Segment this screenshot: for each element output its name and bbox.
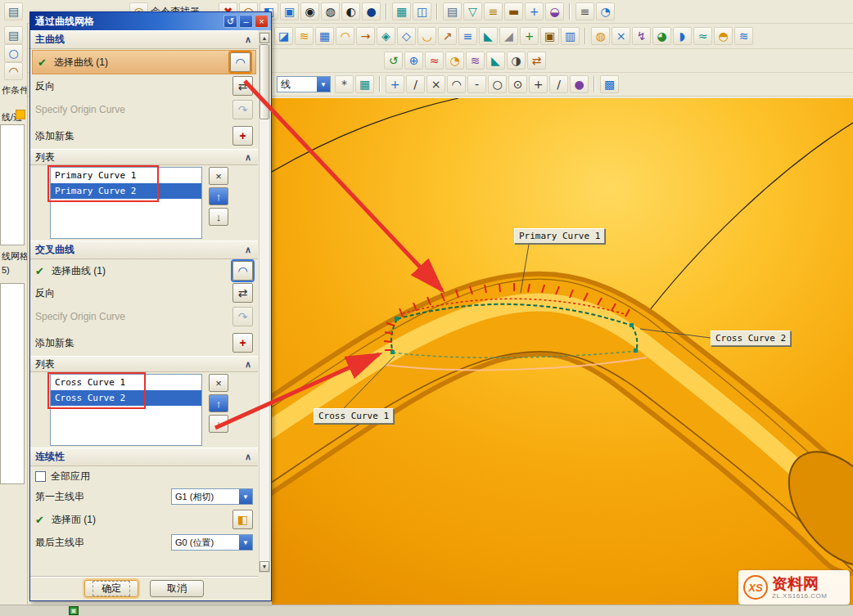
remove-item-button[interactable]: × bbox=[209, 167, 228, 185]
n-sided-surface-icon[interactable]: ◈ bbox=[377, 27, 395, 45]
circle-tool-icon[interactable]: ○ bbox=[4, 44, 23, 62]
law-extension-icon[interactable]: ↗ bbox=[438, 27, 457, 45]
annotation-primary-curve-1[interactable]: Primary Curve 1 bbox=[514, 228, 605, 244]
bounded-plane-icon[interactable]: ◇ bbox=[397, 27, 416, 45]
ruled-surface-icon[interactable]: ◪ bbox=[274, 27, 293, 45]
cross-select-curve-button[interactable]: ◠ bbox=[232, 261, 253, 281]
unite-icon[interactable]: ◉ bbox=[300, 2, 319, 20]
draft-analysis-icon[interactable]: ◣ bbox=[486, 52, 505, 70]
offset-surface-icon[interactable]: ≡ bbox=[458, 27, 477, 45]
cross-reverse-button[interactable]: ⇄ bbox=[232, 283, 253, 303]
ok-button[interactable]: 确定 bbox=[84, 580, 138, 597]
through-curve-mesh-icon[interactable]: ▦ bbox=[315, 27, 334, 45]
intersect-icon[interactable]: ◐ bbox=[341, 2, 360, 20]
midpoint-snap-icon[interactable]: - bbox=[467, 75, 486, 93]
dialog-titlebar[interactable]: 通过曲线网格 ↺ – × bbox=[30, 12, 271, 30]
circle-center-snap-icon[interactable]: ○ bbox=[488, 75, 507, 93]
x-form-icon[interactable]: × bbox=[612, 27, 630, 45]
select-face-button[interactable]: ◧ bbox=[232, 510, 253, 529]
i-form-icon[interactable]: ↯ bbox=[632, 27, 651, 45]
primary-list-header[interactable]: 列表 ∧ bbox=[30, 149, 258, 165]
curve-tool-icon[interactable]: ◠ bbox=[4, 62, 23, 80]
shaded-view-icon[interactable]: ▩ bbox=[600, 75, 619, 93]
cross-curve-list[interactable]: Cross Curve 1 Cross Curve 2 bbox=[50, 374, 202, 446]
chevron-down-icon[interactable]: ▼ bbox=[317, 77, 330, 92]
dialog-close-button[interactable]: × bbox=[255, 15, 269, 28]
sew-icon[interactable]: + bbox=[520, 27, 539, 45]
deviation-gauge-icon[interactable]: ↺ bbox=[384, 52, 403, 70]
move-up-button[interactable]: ↑ bbox=[209, 394, 228, 412]
reflection-analysis-icon[interactable]: ◑ bbox=[507, 52, 526, 70]
fill-surface-icon[interactable]: ◍ bbox=[591, 27, 610, 45]
chevron-down-icon[interactable]: ▼ bbox=[239, 489, 252, 504]
left-list-area-1[interactable] bbox=[0, 124, 25, 245]
move-handles-icon[interactable]: + bbox=[386, 75, 404, 93]
primary-select-curve-row[interactable]: ✔ 选择曲线 (1) ◠ bbox=[32, 50, 256, 74]
layer-settings-icon[interactable]: ≡ bbox=[575, 2, 594, 20]
dialog-reset-button[interactable]: ↺ bbox=[223, 15, 237, 28]
through-curves-icon[interactable]: ≋ bbox=[295, 27, 314, 45]
dialog-scrollbar[interactable]: ▲ ▼ bbox=[259, 32, 270, 573]
swept-icon[interactable]: ◠ bbox=[336, 27, 354, 45]
trimmed-sheet-icon[interactable]: ◣ bbox=[479, 27, 498, 45]
select-face-row[interactable]: ✔ 选择面 (1) ◧ bbox=[30, 507, 258, 532]
untrim-icon[interactable]: ◢ bbox=[499, 27, 518, 45]
collapse-chevron-icon[interactable]: ∧ bbox=[245, 34, 251, 45]
sweep-along-guide-icon[interactable]: → bbox=[356, 27, 375, 45]
section-analysis-icon[interactable]: ◔ bbox=[445, 52, 464, 70]
view-orient-icon[interactable]: ◔ bbox=[596, 2, 615, 20]
remove-item-button[interactable]: × bbox=[209, 374, 228, 392]
collapse-chevron-icon[interactable]: ∧ bbox=[245, 245, 251, 255]
extrude-cube-icon[interactable]: ▣ bbox=[280, 2, 299, 20]
last-primary-dropdown[interactable]: G0 (位置) ▼ bbox=[171, 534, 253, 551]
sphere-icon[interactable]: ● bbox=[362, 2, 381, 20]
snap-point-icon[interactable]: * bbox=[335, 75, 354, 93]
primary-add-set-button[interactable]: + bbox=[232, 126, 253, 146]
quadrant-snap-icon[interactable]: ⊙ bbox=[508, 75, 527, 93]
apply-all-checkbox[interactable] bbox=[35, 471, 46, 482]
grid-snap-icon[interactable]: ▦ bbox=[355, 75, 374, 93]
thicken-icon[interactable]: ▣ bbox=[540, 27, 559, 45]
arc-center-snap-icon[interactable]: ◠ bbox=[447, 75, 466, 93]
primary-curve-list[interactable]: Primary Curve 1 Primary Curve 2 bbox=[50, 167, 202, 239]
primary-select-curve-button[interactable]: ◠ bbox=[230, 52, 250, 72]
graphics-viewport[interactable]: Primary Curve 1 Cross Curve 2 Cross Curv… bbox=[272, 98, 853, 605]
collapse-chevron-icon[interactable]: ∧ bbox=[245, 359, 251, 370]
curve-comb-analysis-icon[interactable]: ≈ bbox=[425, 52, 444, 70]
expressions-icon[interactable]: ≡ bbox=[484, 2, 503, 20]
global-shaping-icon[interactable]: ◓ bbox=[714, 27, 733, 45]
continuity-group-header[interactable]: 连续性 ∧ bbox=[30, 447, 258, 466]
cross-curves-group-header[interactable]: 交叉曲线 ∧ bbox=[30, 241, 258, 259]
dialog-minimize-button[interactable]: – bbox=[239, 15, 253, 28]
highlight-lines-icon[interactable]: ≋ bbox=[466, 52, 485, 70]
styled-blend-icon[interactable]: ≈ bbox=[693, 27, 712, 45]
gap-flushness-icon[interactable]: ⇄ bbox=[527, 52, 546, 70]
tangent-snap-icon[interactable]: / bbox=[549, 75, 568, 93]
move-up-button[interactable]: ↑ bbox=[209, 187, 228, 205]
annotation-cross-curve-2[interactable]: Cross Curve 2 bbox=[711, 330, 791, 346]
taskbar-part-icon[interactable]: ▣ bbox=[69, 606, 79, 615]
list-item[interactable]: Primary Curve 2 bbox=[51, 183, 201, 199]
type-filter-combobox[interactable]: 线 ▼ bbox=[277, 76, 331, 92]
intersection-snap-icon[interactable]: × bbox=[426, 75, 445, 93]
list-item[interactable]: Cross Curve 2 bbox=[51, 390, 201, 406]
list-item[interactable]: Cross Curve 1 bbox=[51, 375, 201, 390]
collapse-chevron-icon[interactable]: ∧ bbox=[245, 452, 251, 462]
document-icon[interactable]: ▤ bbox=[4, 2, 23, 20]
subtract-icon[interactable]: ◍ bbox=[321, 2, 340, 20]
collapse-chevron-icon[interactable]: ∧ bbox=[245, 152, 251, 163]
scroll-down-icon[interactable]: ▼ bbox=[260, 561, 269, 572]
cross-select-curve-row[interactable]: ✔ 选择曲线 (1) ◠ bbox=[30, 259, 258, 282]
chevron-down-icon[interactable]: ▼ bbox=[239, 535, 252, 550]
left-list-area-2[interactable] bbox=[0, 283, 25, 484]
first-primary-dropdown[interactable]: G1 (相切) ▼ bbox=[171, 488, 253, 505]
measure-icon[interactable]: ▬ bbox=[504, 2, 523, 20]
pattern-feature-icon[interactable]: ▦ bbox=[392, 2, 411, 20]
quilt-icon[interactable]: ▥ bbox=[561, 27, 580, 45]
part-filter-icon[interactable]: ▽ bbox=[463, 2, 482, 20]
cross-list-header[interactable]: 列表 ∧ bbox=[30, 356, 258, 372]
spreadsheet-icon[interactable]: ▤ bbox=[443, 2, 462, 20]
show-hide-icon[interactable]: ◒ bbox=[545, 2, 564, 20]
bridge-surface-icon[interactable]: ◡ bbox=[417, 27, 436, 45]
doc-icon[interactable]: ▤ bbox=[4, 26, 23, 44]
